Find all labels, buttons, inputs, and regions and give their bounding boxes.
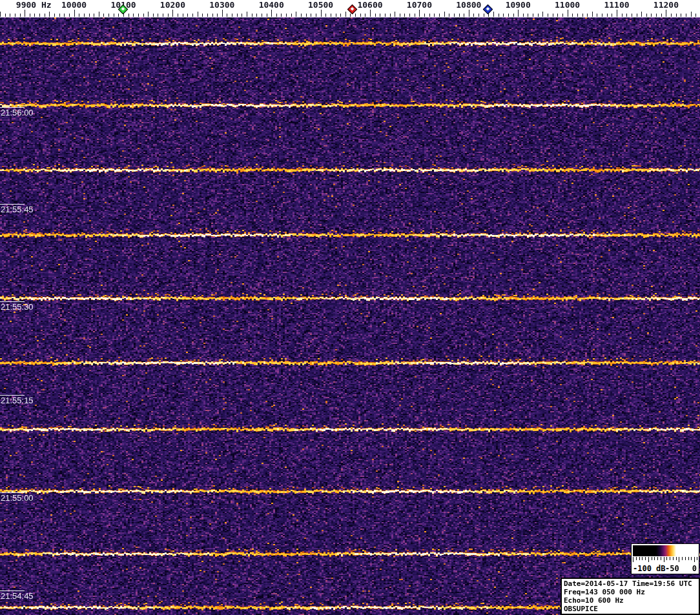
status-info-box: Date=2014-05-17 Time=19:56 UTC Freq=143 … bbox=[561, 578, 700, 615]
info-frequency: Freq=143 050 000 Hz bbox=[564, 588, 697, 596]
green-marker-diamond-core bbox=[121, 7, 125, 11]
amplitude-colorbar: -100 dB -50 0 bbox=[631, 543, 699, 574]
time-label: 21:55:45 bbox=[1, 205, 34, 214]
waterfall-app-window: 21:56:0021:55:4521:55:3021:55:1521:55:00… bbox=[0, 0, 700, 615]
info-date-time: Date=2014-05-17 Time=19:56 UTC bbox=[564, 580, 697, 588]
time-label: 21:56:00 bbox=[1, 108, 34, 117]
colorbar-max-label: 0 bbox=[692, 564, 697, 573]
red-marker-diamond-core bbox=[351, 7, 355, 11]
waterfall-area[interactable]: 21:56:0021:55:4521:55:3021:55:1521:55:00… bbox=[0, 17, 700, 615]
waterfall-canvas[interactable] bbox=[0, 17, 700, 615]
time-label: 21:55:30 bbox=[1, 303, 34, 311]
amplitude-scale-ticks bbox=[633, 557, 697, 563]
info-station: OBSUPICE bbox=[564, 605, 697, 613]
time-label: 21:54:45 bbox=[1, 592, 34, 600]
time-label: 21:55:15 bbox=[1, 396, 34, 405]
colorbar-min-label: -100 dB bbox=[633, 564, 666, 573]
colorbar-mid-label: -50 bbox=[665, 564, 679, 573]
time-label: 21:55:00 bbox=[1, 494, 34, 502]
amplitude-gradient-bar[interactable] bbox=[633, 545, 697, 556]
frequency-axis[interactable] bbox=[0, 0, 700, 17]
info-echo: Echo=10 600 Hz bbox=[564, 596, 697, 605]
blue-marker-diamond-core bbox=[486, 7, 490, 11]
